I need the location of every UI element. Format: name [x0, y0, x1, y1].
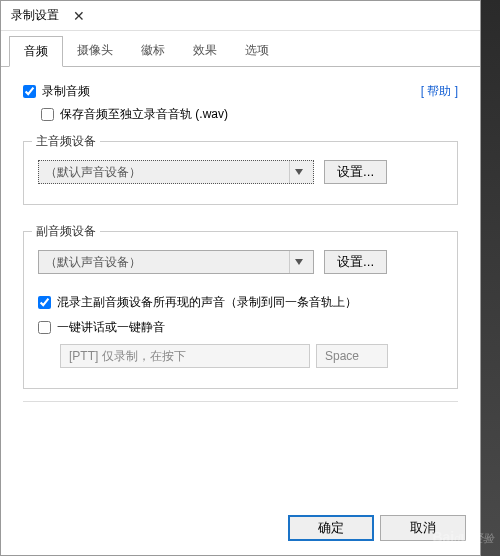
sub-device-settings-button[interactable]: 设置... — [324, 250, 387, 274]
titlebar: 录制设置 ✕ — [1, 1, 480, 31]
tab-content: [ 帮助 ] 录制音频 保存音频至独立录音音轨 (.wav) 主音频设备 （默认… — [1, 67, 480, 505]
ptt-mode-field: [PTT] 仅录制，在按下 — [60, 344, 310, 368]
tabs-bar: 音频 摄像头 徽标 效果 选项 — [1, 35, 480, 67]
mix-both-row: 混录主副音频设备所再现的声音（录制到同一条音轨上） — [38, 294, 443, 311]
sub-device-group: 副音频设备 （默认声音设备） 设置... 混录主副音频设备所再现的声音（录制到同… — [23, 231, 458, 389]
main-device-group: 主音频设备 （默认声音设备） 设置... — [23, 141, 458, 205]
help-link[interactable]: [ 帮助 ] — [421, 83, 458, 100]
mix-both-label: 混录主副音频设备所再现的声音（录制到同一条音轨上） — [57, 294, 357, 311]
sub-device-value: （默认声音设备） — [45, 254, 141, 271]
recording-settings-window: 录制设置 ✕ 音频 摄像头 徽标 效果 选项 [ 帮助 ] 录制音频 保存音频至… — [0, 0, 481, 556]
main-device-select[interactable]: （默认声音设备） — [38, 160, 314, 184]
tab-audio[interactable]: 音频 — [9, 36, 63, 67]
save-wav-row: 保存音频至独立录音音轨 (.wav) — [41, 106, 458, 123]
tab-camera[interactable]: 摄像头 — [63, 36, 127, 67]
main-device-legend: 主音频设备 — [32, 133, 100, 150]
chevron-down-icon — [289, 251, 307, 273]
mix-both-checkbox[interactable] — [38, 296, 51, 309]
tab-logo[interactable]: 徽标 — [127, 36, 179, 67]
sub-device-select[interactable]: （默认声音设备） — [38, 250, 314, 274]
ptt-toggle-row: 一键讲话或一键静音 — [38, 319, 443, 336]
ok-button[interactable]: 确定 — [288, 515, 374, 541]
ptt-config-row: [PTT] 仅录制，在按下 Space — [60, 344, 443, 368]
record-audio-checkbox[interactable] — [23, 85, 36, 98]
close-button[interactable]: ✕ — [59, 2, 99, 30]
close-icon: ✕ — [73, 8, 85, 24]
save-wav-checkbox[interactable] — [41, 108, 54, 121]
ptt-key-field: Space — [316, 344, 388, 368]
main-device-value: （默认声音设备） — [45, 164, 141, 181]
dialog-buttons: 确定 取消 — [1, 505, 480, 555]
window-title: 录制设置 — [11, 7, 59, 24]
tab-options[interactable]: 选项 — [231, 36, 283, 67]
record-audio-row: 录制音频 — [23, 83, 421, 100]
ptt-toggle-checkbox[interactable] — [38, 321, 51, 334]
main-device-settings-button[interactable]: 设置... — [324, 160, 387, 184]
save-wav-label: 保存音频至独立录音音轨 (.wav) — [60, 106, 228, 123]
cancel-button[interactable]: 取消 — [380, 515, 466, 541]
record-audio-label: 录制音频 — [42, 83, 90, 100]
ptt-toggle-label: 一键讲话或一键静音 — [57, 319, 165, 336]
tab-effects[interactable]: 效果 — [179, 36, 231, 67]
sub-device-legend: 副音频设备 — [32, 223, 100, 240]
chevron-down-icon — [289, 161, 307, 183]
